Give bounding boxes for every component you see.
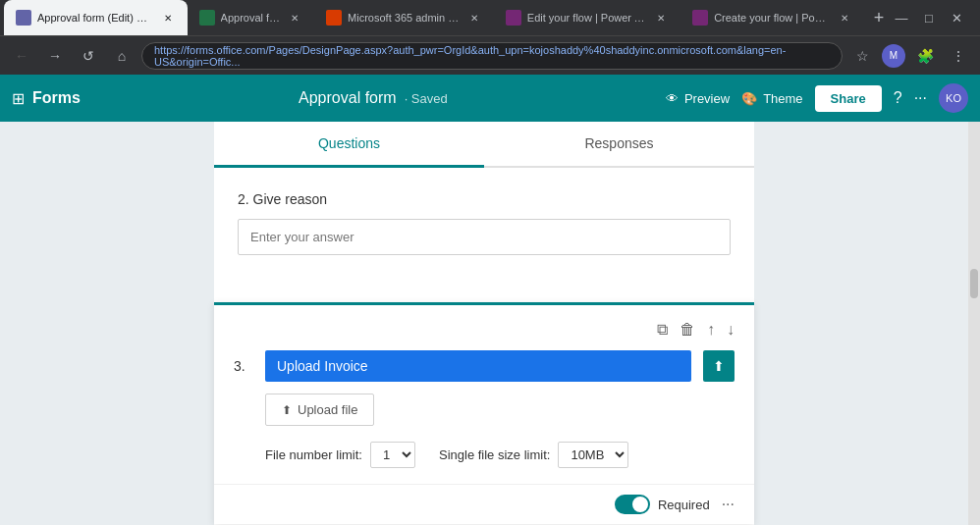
forms-favicon [16,10,31,26]
tab-pa1[interactable]: Edit your flow | Power Automate ... ✕ [494,0,681,35]
file-size-limit-label: Single file size limit: [439,447,550,462]
file-size-limit: Single file size limit: 10MB 25MB 50MB [439,442,628,468]
copy-icon[interactable]: ⧉ [657,321,668,339]
upload-arrow-icon: ⬆ [282,403,292,417]
theme-button[interactable]: 🎨 Theme [741,91,802,106]
required-label: Required [658,498,710,512]
move-down-icon[interactable]: ↓ [727,321,735,339]
profile-icon[interactable]: M [882,44,905,68]
tab-pa1-title: Edit your flow | Power Automate ... [527,12,647,24]
tab-pa2[interactable]: Create your flow | Power Autom... ✕ [681,0,864,35]
theme-label: Theme [763,91,802,106]
more-options-icon[interactable]: ··· [914,89,927,107]
address-bar-row: ← → ↺ ⌂ https://forms.office.com/Pages/D… [0,35,980,75]
question-2-label: 2. Give reason [238,191,731,207]
upload-type-button[interactable]: ⬆ [703,350,735,382]
tab-excel[interactable]: Approval form.xlsx ✕ [188,0,315,35]
scroll-thumb[interactable] [970,269,978,298]
tab-ms365[interactable]: Microsoft 365 admin center - A... ✕ [314,0,494,35]
help-icon[interactable]: ? [894,89,902,107]
app-header: ⊞ Forms Approval form · Saved 👁 Preview … [0,75,980,122]
app-header-left: ⊞ Forms [12,89,81,108]
tab-ms365-close[interactable]: ✕ [466,10,482,26]
limits-row: File number limit: 1 2 3 Single file siz… [265,442,735,468]
question-3-actions: ⧉ 🗑 ↑ ↓ [657,321,735,339]
close-window-button[interactable]: ✕ [945,6,968,29]
saved-badge: · Saved [405,91,448,106]
tab-ms365-title: Microsoft 365 admin center - A... [348,12,461,24]
tab-forms[interactable]: Approval form (Edit) Microsoft F... ✕ [4,0,188,35]
preview-button[interactable]: 👁 Preview [666,91,730,106]
new-tab-button[interactable]: + [868,4,890,31]
pa1-favicon [506,10,521,26]
upload-file-label: Upload file [298,402,357,417]
tab-forms-close[interactable]: ✕ [160,10,176,26]
ms365-favicon [326,10,342,26]
file-number-limit: File number limit: 1 2 3 [265,442,415,468]
required-toggle-container: Required [615,495,710,514]
delete-icon[interactable]: 🗑 [680,321,695,339]
address-input[interactable]: https://forms.office.com/Pages/DesignPag… [141,42,843,70]
tab-questions[interactable]: Questions [214,122,484,168]
tab-pa2-title: Create your flow | Power Autom... [714,12,831,24]
toggle-knob [632,497,648,512]
browser-menu-icon[interactable]: ⋮ [945,42,972,70]
question-3-card: ⧉ 🗑 ↑ ↓ 3. ⬆ [214,302,754,524]
file-number-limit-select[interactable]: 1 2 3 [370,442,415,468]
question-3-row: 3. ⬆ [234,350,735,382]
upload-section: ⬆ Upload file File number limit: 1 2 3 [234,394,735,468]
excel-favicon [199,10,215,26]
form-title: Approval form [299,89,397,107]
back-button[interactable]: ← [8,42,35,70]
form-card: Questions Responses 2. Give reason [214,122,754,525]
share-button[interactable]: Share [815,85,882,112]
app-header-right: 👁 Preview 🎨 Theme Share ? ··· KO [666,83,968,113]
main-content: Questions Responses 2. Give reason [0,122,980,525]
browser-chrome: Approval form (Edit) Microsoft F... ✕ Ap… [0,0,980,75]
question-3-number: 3. [234,358,253,374]
theme-icon: 🎨 [741,91,757,106]
tab-bar: Approval form (Edit) Microsoft F... ✕ Ap… [0,0,980,35]
file-number-limit-label: File number limit: [265,447,362,462]
tab-forms-title: Approval form (Edit) Microsoft F... [37,12,154,24]
tab-responses[interactable]: Responses [484,122,754,166]
preview-icon: 👁 [666,91,679,106]
question-more-options-icon[interactable]: ··· [722,496,735,513]
waffle-icon[interactable]: ⊞ [12,89,25,108]
avatar[interactable]: KO [939,83,968,113]
tab-excel-close[interactable]: ✕ [287,10,302,26]
form-container: Questions Responses 2. Give reason [0,122,968,525]
upload-file-button[interactable]: ⬆ Upload file [265,394,374,426]
form-tabs: Questions Responses [214,122,754,168]
app-name: Forms [32,89,81,107]
tab-pa1-close[interactable]: ✕ [653,10,669,26]
bookmark-icon[interactable]: ☆ [848,42,876,70]
pa2-favicon [692,10,708,26]
avatar-initials: KO [946,92,961,104]
maximize-button[interactable]: □ [917,6,941,29]
required-toggle[interactable] [615,495,650,514]
form-body: 2. Give reason [214,168,754,302]
tab-pa2-close[interactable]: ✕ [837,10,852,26]
scrollbar[interactable] [968,122,980,525]
preview-label: Preview [684,91,730,106]
extension-icon[interactable]: 🧩 [911,42,939,70]
tab-excel-title: Approval form.xlsx [221,12,282,24]
address-text: https://forms.office.com/Pages/DesignPag… [154,44,830,68]
forward-button[interactable]: → [41,42,69,70]
move-up-icon[interactable]: ↑ [707,321,715,339]
question-3-title-input[interactable] [265,350,691,382]
file-size-limit-select[interactable]: 10MB 25MB 50MB [558,442,628,468]
home-button[interactable]: ⌂ [108,42,136,70]
minimize-button[interactable]: — [890,6,913,29]
reload-button[interactable]: ↺ [75,42,102,70]
question-3-inner: ⧉ 🗑 ↑ ↓ 3. ⬆ [214,305,754,484]
question-3-header: ⧉ 🗑 ↑ ↓ [234,321,735,339]
question-2-input[interactable] [238,219,731,255]
question-3-footer: Required ··· [214,484,754,524]
question-2: 2. Give reason [238,191,731,255]
app-header-center: Approval form · Saved [92,89,654,107]
